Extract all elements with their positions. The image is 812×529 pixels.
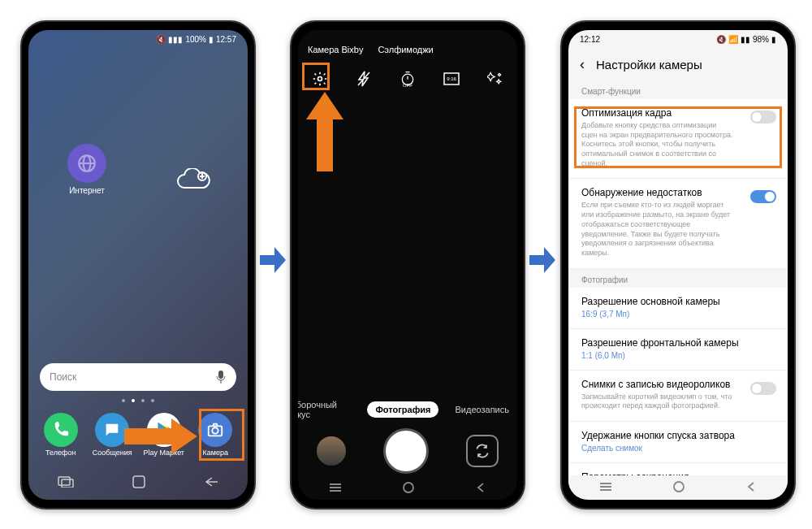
internet-app-label: Интернет [51,186,123,195]
ratio-icon[interactable]: 9:16 [440,67,463,90]
svg-rect-6 [218,371,223,379]
clock: 12:12 [580,35,600,44]
row-save-params[interactable]: Параметры сохранения Выберите формат сох… [568,463,788,475]
page-dots [28,399,248,402]
svg-rect-13 [58,477,70,485]
search-placeholder: Поиск [50,371,215,383]
home-icon[interactable] [673,481,685,492]
svg-rect-15 [133,476,145,488]
svg-rect-14 [62,479,73,488]
tab-selfimoji[interactable]: Сэлфимоджи [378,45,433,54]
battery-text: 100% [185,35,206,44]
phone-settings: 12:12 🔇 📶 ▮▮ 98% ▮ ‹ Настройки камеры См… [560,20,796,509]
svg-point-9 [111,427,113,429]
timer-icon[interactable]: OFF [396,67,419,90]
camera-toolbar: OFF 9:16 [298,64,517,93]
status-bar: 12:12 🔇 📶 ▮▮ 98% ▮ [568,30,788,48]
row-video-clip[interactable]: Снимки с записью видеороликов Записывайт… [568,371,788,422]
shutter-button[interactable] [383,428,429,474]
mode-photo[interactable]: Фотография [367,401,438,418]
vibrate-icon: 🔇 [716,35,726,44]
settings-screen: 12:12 🔇 📶 ▮▮ 98% ▮ ‹ Настройки камеры См… [568,30,788,500]
vibrate-icon: 🔇 [156,35,166,44]
svg-point-10 [114,427,116,429]
toggle-defects[interactable] [750,190,776,203]
switch-camera-icon[interactable] [466,435,499,467]
camera-screen: Камера Bixby Сэлфимоджи OFF 9:16 выбороч… [298,30,517,500]
signal-icon: ▮▮▮ [168,35,183,44]
page-title: Настройки камеры [596,58,702,72]
svg-point-27 [674,482,684,492]
camera-bottom [298,427,517,475]
recents-icon[interactable] [58,476,74,488]
home-screen: 🔇 ▮▮▮ 100% ▮ 12:57 Интернет Поиск Телефо… [28,30,248,500]
back-icon[interactable]: ‹ [580,56,585,73]
status-bar: 🔇 ▮▮▮ 100% ▮ 12:57 [28,30,248,48]
home-icon[interactable] [132,475,145,488]
clock: 12:57 [216,35,236,44]
toggle-video-clip[interactable] [750,382,776,395]
camera-tabs: Камера Bixby Сэлфимоджи [308,45,434,54]
flash-icon[interactable] [352,67,375,90]
back-icon[interactable] [475,482,486,493]
settings-header: ‹ Настройки камеры [568,48,788,80]
highlight-settings [302,63,330,90]
section-smart: Смарт-функции [568,80,788,99]
row-res-front[interactable]: Разрешение фронтальной камеры 1:1 (6,0 М… [568,329,788,371]
search-bar[interactable]: Поиск [40,363,236,391]
row-res-main[interactable]: Разрешение основной камеры 16:9 (3,7 Мп) [568,288,788,329]
battery-icon: ▮ [209,35,214,44]
flow-arrow-2 [528,244,557,276]
recents-icon[interactable] [329,483,342,492]
back-icon[interactable] [745,481,757,492]
signal-icon: ▮▮ [741,35,750,44]
effects-icon[interactable] [484,67,507,90]
nav-bar [298,479,517,496]
mode-video[interactable]: Видеозапись [447,401,517,418]
row-hold-shutter[interactable]: Удержание кнопки спуска затвора Сделать … [568,422,788,463]
home-icon[interactable] [403,482,414,493]
arrow-to-settings [306,92,343,171]
flow-arrow-1 [258,244,287,276]
svg-point-8 [109,427,110,429]
camera-modes: выборочный фокус Фотография Видеозапись [298,397,517,422]
nav-bar [568,477,788,496]
nav-bar [28,470,248,493]
cloud-widget[interactable] [175,168,214,193]
mic-icon[interactable] [215,370,227,384]
phone-camera: Камера Bixby Сэлфимоджи OFF 9:16 выбороч… [290,20,525,509]
row-defects[interactable]: Обнаружение недостатков Если при съемке … [568,179,788,268]
battery-icon: ▮ [771,35,776,44]
back-icon[interactable] [204,476,218,488]
section-photos: Фотографии [568,269,788,288]
mode-focus[interactable]: выборочный фокус [298,397,359,423]
battery-text: 98% [753,35,769,44]
recents-icon[interactable] [599,482,612,492]
internet-app-icon[interactable] [67,144,106,183]
arrow-to-camera [124,418,199,454]
phone-home: 🔇 ▮▮▮ 100% ▮ 12:57 Интернет Поиск Телефо… [20,20,256,509]
svg-point-23 [404,483,413,492]
dock-phone[interactable]: Телефон [39,413,83,457]
highlight-optimization [574,106,782,168]
wifi-icon: 📶 [728,35,738,44]
tab-bixby[interactable]: Камера Bixby [308,45,363,54]
highlight-camera [199,409,244,461]
gallery-thumbnail[interactable] [317,436,346,466]
